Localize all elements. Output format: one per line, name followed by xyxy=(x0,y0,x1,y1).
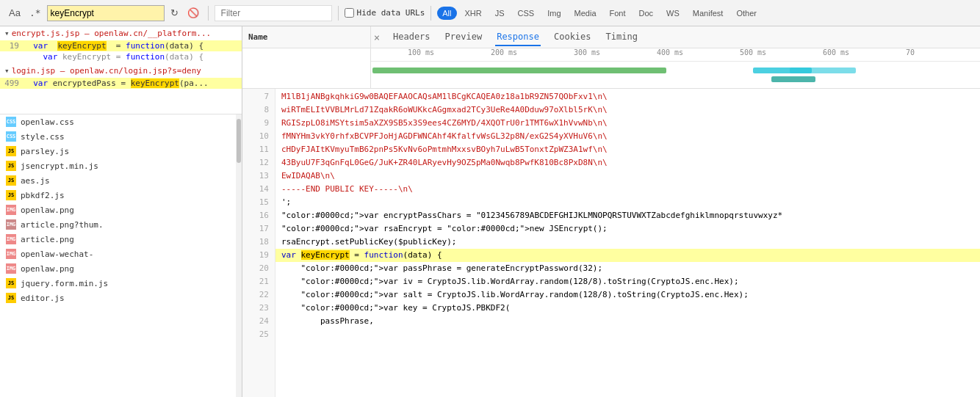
file-list-scrollbar[interactable] xyxy=(236,114,242,397)
source-code-499: var encryptedPass = keyEncrypt(pa... xyxy=(24,79,209,88)
gutter-line: 24 xyxy=(242,315,275,328)
hide-data-urls-label[interactable]: Hide data URLs xyxy=(345,8,425,18)
file-type-icon: IMG xyxy=(6,249,16,259)
file-type-icon: JS xyxy=(6,293,16,303)
close-panel-button[interactable]: × xyxy=(371,32,383,43)
code-line: "color:#0000cd;">var key = CryptoJS.PBKD… xyxy=(275,302,980,315)
gutter-line: 8 xyxy=(242,103,275,117)
tab-timing[interactable]: Timing xyxy=(605,29,639,46)
filter-img-button[interactable]: Img xyxy=(542,7,566,20)
refresh-button[interactable]: ↻ xyxy=(167,6,181,20)
scale-100: 100 ms xyxy=(408,48,434,57)
filter-font-button[interactable]: Font xyxy=(605,7,631,20)
gutter-line: 20 xyxy=(242,262,275,275)
waterfall-right: 100 ms 200 ms 300 ms 400 ms 500 ms 600 m… xyxy=(371,48,980,88)
file-type-icon: JS xyxy=(6,161,16,171)
gutter-line: 21 xyxy=(242,275,275,288)
gutter-line: 25 xyxy=(242,328,275,341)
source-file2-header[interactable]: ▾ login.jsp — openlaw.cn/login.jsp?s=den… xyxy=(0,64,242,78)
scale-600: 600 ms xyxy=(823,48,849,57)
filter-other-button[interactable]: Other xyxy=(731,7,762,20)
hide-data-urls-checkbox[interactable] xyxy=(345,8,354,18)
code-line: "color:#0000cd;">var rsaEncrypt = "color… xyxy=(275,222,980,236)
file-name: jquery.form.min.js xyxy=(21,279,108,288)
file-name: jsencrypt.min.js xyxy=(21,161,98,171)
file-list-item[interactable]: IMG openlaw-wechat- xyxy=(0,247,242,261)
file-type-icon: JS xyxy=(6,146,16,156)
gutter-line: 15 xyxy=(242,196,275,209)
filter-media-button[interactable]: Media xyxy=(569,7,602,20)
function-keyword: function xyxy=(126,41,165,51)
file-list-item[interactable]: JS aes.js xyxy=(0,173,242,188)
name-col-label: Name xyxy=(248,32,268,42)
code-line: wiRTmELItVVBLMrLd71ZqakR6oWUKkcAGgmxad2T… xyxy=(275,103,980,117)
source-file1-header[interactable]: ▾ encrypt.js.jsp — openlaw.cn/__platform… xyxy=(0,26,242,40)
scale-400: 400 ms xyxy=(657,48,683,57)
arrow2-icon: ▾ xyxy=(4,66,10,76)
top-toolbar: Aa .* ↻ 🚫 Hide data URLs All XHR JS CSS … xyxy=(0,0,980,26)
gutter-line: 12 xyxy=(242,156,275,170)
aa-button[interactable]: Aa xyxy=(6,6,24,20)
file-name: parsley.js xyxy=(21,147,69,156)
file-name: article.png xyxy=(21,235,74,244)
gutter-line: 18 xyxy=(242,236,275,249)
code-line: cHDyFJAItKVmyuTmB62pnPs5KvNv6oPmtmhMxxsv… xyxy=(275,143,980,156)
waterfall-bar-teal3 xyxy=(790,68,856,73)
arrow-icon: ▾ xyxy=(4,29,10,38)
filter-input[interactable] xyxy=(215,5,332,21)
file-list-item[interactable]: JS jquery.form.min.js xyxy=(0,276,242,291)
filter-css-button[interactable]: CSS xyxy=(513,7,540,20)
code-line: EwIDAQAB\n\ xyxy=(275,170,980,183)
file-list-item[interactable]: IMG article.png xyxy=(0,232,242,247)
file-list-item[interactable]: JS jsencrypt.min.js xyxy=(0,159,242,173)
filter-all-button[interactable]: All xyxy=(437,7,456,20)
gutter-line: 7 xyxy=(242,90,275,103)
file-list-item[interactable]: IMG openlaw.png xyxy=(0,261,242,276)
code-content[interactable]: M1lB1jANBgkqhkiG9w0BAQEFAAOCAQsAM1lBCgKC… xyxy=(275,89,980,397)
file-list-item[interactable]: JS parsley.js xyxy=(0,144,242,159)
source-line-499: 499 var encryptedPass = keyEncrypt(pa... xyxy=(0,78,242,89)
code-line: var keyEncrypt = function(data) { xyxy=(275,249,980,262)
file-list: CSS openlaw.css CSS style.css JS parsley… xyxy=(0,114,242,305)
scrollbar-thumb[interactable] xyxy=(237,119,241,163)
file-type-icon: IMG xyxy=(6,205,16,215)
file-type-icon: CSS xyxy=(6,131,16,142)
filter-doc-button[interactable]: Doc xyxy=(634,7,659,20)
code-line: M1lB1jANBgkqhkiG9w0BAQEFAAOCAQsAM1lBCgKC… xyxy=(275,90,980,103)
tab-headers[interactable]: Headers xyxy=(392,29,432,46)
code-line: '; xyxy=(275,196,980,209)
tab-cookies[interactable]: Cookies xyxy=(552,29,593,46)
gutter-line: 17 xyxy=(242,222,275,236)
file-name: style.css xyxy=(21,132,65,142)
gutter-line: 9 xyxy=(242,117,275,130)
clear-button[interactable]: 🚫 xyxy=(184,6,202,20)
file-name: openlaw.png xyxy=(21,264,74,274)
search-input[interactable] xyxy=(47,5,165,21)
name-col-header: Name xyxy=(242,26,371,48)
file-list-item[interactable]: JS pbkdf2.js xyxy=(0,188,242,203)
file-type-icon: IMG xyxy=(6,219,16,230)
code-gutter: 78910111213141516171819202122232425 xyxy=(242,89,275,397)
regex-button[interactable]: .* xyxy=(26,6,44,20)
tab-response[interactable]: Response xyxy=(495,29,541,46)
file-list-item[interactable]: CSS style.css xyxy=(0,129,242,144)
gutter-line: 23 xyxy=(242,302,275,315)
file-name: pbkdf2.js xyxy=(21,191,65,200)
var-keyword: var xyxy=(33,41,48,51)
file-list-item[interactable]: JS editor.js xyxy=(0,291,242,305)
filter-manifest-button[interactable]: Manifest xyxy=(688,7,729,20)
filter-js-button[interactable]: JS xyxy=(490,7,510,20)
file-list-item[interactable]: IMG openlaw.png xyxy=(0,203,242,217)
source-view: ▾ encrypt.js.jsp — openlaw.cn/__platform… xyxy=(0,26,242,114)
tab-preview[interactable]: Preview xyxy=(444,29,484,46)
filter-xhr-button[interactable]: XHR xyxy=(460,7,487,20)
scale-500: 500 ms xyxy=(740,48,766,57)
source-code-19: var keyEncrypt = function(data) { xyxy=(24,41,203,51)
source-line-indent: var keyEncrypt = function(data) { xyxy=(0,51,242,62)
filter-ws-button[interactable]: WS xyxy=(661,7,685,20)
code-viewer: 78910111213141516171819202122232425 M1lB… xyxy=(242,89,980,397)
file-list-item[interactable]: IMG article.png?thum. xyxy=(0,217,242,232)
gutter-line: 19 xyxy=(242,249,275,262)
file-list-item[interactable]: CSS openlaw.css xyxy=(0,114,242,129)
source-code-indent: var keyEncrypt = function(data) { xyxy=(24,52,203,62)
